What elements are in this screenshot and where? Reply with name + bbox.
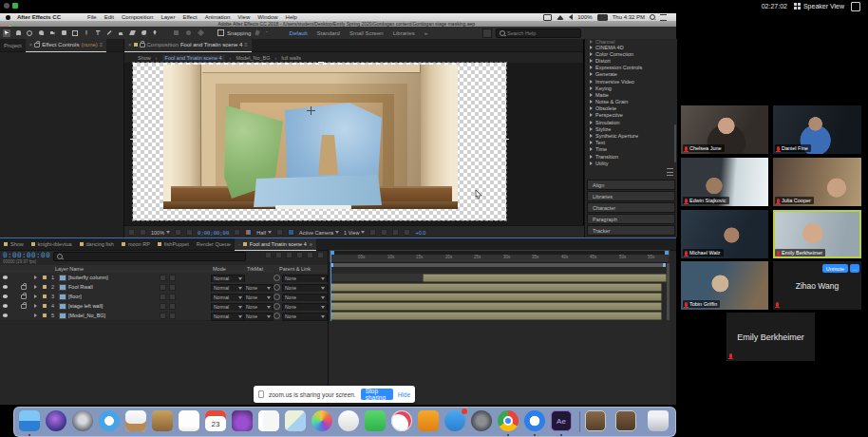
quality-switch[interactable] bbox=[160, 294, 166, 300]
after-effects-dock-icon[interactable]: Ae bbox=[551, 410, 572, 431]
visibility-eye-icon[interactable] bbox=[3, 276, 8, 279]
effect-category[interactable]: Stylize bbox=[585, 125, 677, 132]
frame-blending-icon[interactable] bbox=[296, 252, 303, 258]
workspace-default[interactable]: Default bbox=[290, 30, 308, 36]
participant-video[interactable]: Michael Walz bbox=[681, 210, 768, 258]
layer-bar-model-no-bg[interactable] bbox=[330, 312, 662, 320]
layer-name[interactable]: [floor] bbox=[68, 292, 82, 301]
effect-category[interactable]: Immersive Video bbox=[585, 78, 677, 85]
visibility-eye-icon[interactable] bbox=[3, 294, 8, 298]
hide-button[interactable]: Hide bbox=[398, 391, 410, 398]
layer-name[interactable]: [butterfly column] bbox=[68, 273, 108, 282]
photos-dock-icon[interactable] bbox=[311, 410, 332, 431]
visibility-eye-icon[interactable] bbox=[3, 304, 8, 308]
menu-effect[interactable]: Effect bbox=[182, 14, 197, 20]
workspace-standard[interactable]: Standard bbox=[317, 30, 340, 36]
selection-handle-right[interactable] bbox=[503, 139, 509, 140]
mask-visibility-icon[interactable] bbox=[186, 229, 193, 236]
shape-tool-icon[interactable] bbox=[71, 29, 79, 37]
effect-category[interactable]: Noise & Grain bbox=[585, 99, 677, 105]
tab-project[interactable]: Project bbox=[0, 39, 26, 51]
menu-file[interactable]: File bbox=[87, 14, 97, 20]
layer-bar-floor[interactable] bbox=[330, 293, 662, 301]
comp-viewport[interactable] bbox=[124, 63, 583, 225]
effect-category[interactable]: Utility bbox=[585, 160, 677, 166]
pixel-aspect-icon[interactable] bbox=[369, 229, 376, 236]
menu-composition[interactable]: Composition bbox=[122, 14, 153, 20]
layer-bar-stage-left-wall[interactable] bbox=[330, 302, 662, 311]
workspace-libraries[interactable]: Libraries bbox=[393, 30, 415, 36]
work-area-bar[interactable] bbox=[330, 263, 666, 267]
timeline-tab-dancing-fish[interactable]: dancing fish bbox=[76, 238, 118, 250]
menu-layer[interactable]: Layer bbox=[160, 14, 175, 20]
notification-center-icon[interactable] bbox=[660, 14, 667, 21]
quicktime-dock-icon[interactable] bbox=[524, 410, 545, 431]
trash-dock-icon[interactable] bbox=[648, 410, 669, 431]
messages-dock-icon[interactable] bbox=[338, 410, 359, 431]
camera-tool-icon[interactable] bbox=[48, 29, 56, 37]
panel-paragraph[interactable]: Paragraph bbox=[587, 214, 675, 224]
snap-option-icon-2[interactable] bbox=[264, 29, 272, 37]
layer-row[interactable]: 5 [Model_No_BG] Normal None None bbox=[0, 311, 328, 321]
clone-stamp-tool-icon[interactable] bbox=[117, 29, 124, 37]
tab-composition[interactable]: × Composition Fool and Tinatin scene 4 ≡ bbox=[124, 39, 252, 52]
effect-category[interactable]: Distort bbox=[585, 57, 677, 64]
grid-guides-icon[interactable] bbox=[175, 229, 181, 236]
lock-icon[interactable] bbox=[21, 304, 27, 309]
effect-category[interactable]: Matte bbox=[585, 91, 677, 98]
participant-video[interactable]: Chelsea June bbox=[681, 105, 768, 154]
graph-editor-icon[interactable] bbox=[317, 252, 324, 258]
effect-category[interactable]: Obsolete bbox=[585, 105, 677, 112]
trkmat-dropdown[interactable]: None bbox=[243, 313, 274, 321]
blend-mode-dropdown[interactable]: Normal bbox=[211, 313, 245, 321]
breadcrumb-model-no-bg[interactable]: Model_No_BG bbox=[236, 55, 270, 61]
quality-switch[interactable] bbox=[160, 284, 166, 291]
hide-shy-layers-icon[interactable] bbox=[286, 252, 292, 258]
effects-switch[interactable] bbox=[169, 284, 176, 291]
lock-icon[interactable] bbox=[21, 294, 27, 299]
close-icon[interactable]: × bbox=[29, 42, 33, 48]
wifi-icon[interactable] bbox=[557, 15, 564, 20]
camera-dropdown[interactable]: Active Camera bbox=[299, 230, 339, 236]
time-ruler[interactable]: 05s 10s 15s 20s 25s 30s 35s 40s 45s 50s … bbox=[329, 255, 669, 263]
label-color-chip[interactable] bbox=[43, 294, 47, 298]
effects-switch[interactable] bbox=[169, 313, 176, 319]
label-color-chip[interactable] bbox=[43, 314, 47, 317]
lock-icon[interactable] bbox=[21, 285, 27, 290]
contacts-dock-icon[interactable] bbox=[152, 410, 173, 431]
motion-blur-icon[interactable] bbox=[307, 252, 313, 258]
workspace-icon-3[interactable] bbox=[197, 29, 204, 37]
effect-category[interactable]: Color Correction bbox=[585, 50, 677, 57]
timeline-vscrollbar[interactable] bbox=[667, 263, 670, 320]
close-icon[interactable]: × bbox=[128, 42, 132, 48]
menu-view[interactable]: View bbox=[237, 14, 250, 20]
expand-arrow-icon[interactable] bbox=[34, 304, 37, 308]
label-color-chip[interactable] bbox=[43, 276, 47, 279]
eraser-tool-icon[interactable] bbox=[128, 29, 136, 37]
more-options-button[interactable]: ... bbox=[850, 264, 859, 273]
type-tool-icon[interactable] bbox=[94, 29, 102, 37]
stop-sharing-button[interactable]: Stop sharing bbox=[361, 389, 393, 400]
always-preview-icon[interactable] bbox=[128, 229, 135, 236]
transparency-grid-icon[interactable] bbox=[288, 229, 294, 236]
parent-pickwhip-icon[interactable] bbox=[274, 303, 280, 310]
effect-category[interactable]: Generate bbox=[585, 71, 677, 78]
timeline-tab-show[interactable]: Show bbox=[0, 238, 28, 250]
breadcrumb-current-comp[interactable]: Fool and Tinatin scene 4 bbox=[162, 55, 225, 61]
panel-flyout-menu-icon[interactable] bbox=[667, 168, 673, 176]
quality-switch[interactable] bbox=[160, 313, 166, 319]
layer-name[interactable]: [Model_No_BG] bbox=[68, 311, 105, 320]
reminders-dock-icon[interactable] bbox=[258, 410, 279, 431]
expand-arrow-icon[interactable] bbox=[34, 285, 37, 289]
menu-help[interactable]: Help bbox=[286, 14, 297, 20]
effect-category[interactable]: Time bbox=[585, 146, 677, 153]
effect-category[interactable]: Perspective bbox=[585, 112, 677, 119]
rotation-tool-icon[interactable] bbox=[37, 29, 45, 37]
visibility-eye-icon[interactable] bbox=[3, 314, 8, 317]
quality-switch[interactable] bbox=[160, 303, 166, 310]
parent-pickwhip-icon[interactable] bbox=[274, 313, 280, 319]
timeline-tab-fishpuppet[interactable]: fishPuppet bbox=[154, 238, 193, 250]
layer-name[interactable]: [stage left wall] bbox=[68, 301, 103, 311]
roi-icon[interactable] bbox=[276, 229, 283, 236]
parent-dropdown[interactable]: None bbox=[282, 313, 328, 321]
